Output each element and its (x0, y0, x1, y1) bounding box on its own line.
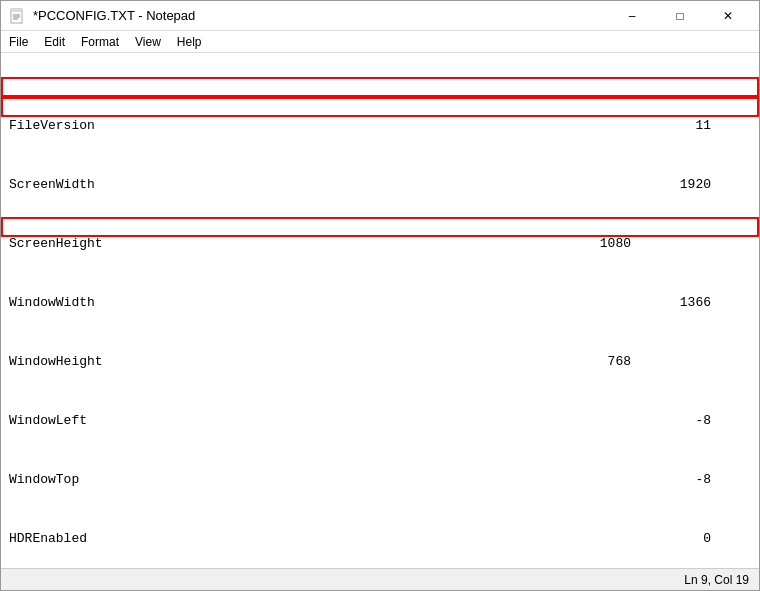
minimize-button[interactable]: – (609, 2, 655, 30)
text-content[interactable]: FileVersion 11 ScreenWidth 1920 ScreenHe… (1, 53, 759, 568)
line-windowtop: WindowTop -8 (9, 470, 751, 490)
status-bar: Ln 9, Col 19 (1, 568, 759, 590)
notepad-window: *PCCONFIG.TXT - Notepad – □ ✕ File Edit … (0, 0, 760, 591)
menu-help[interactable]: Help (169, 31, 210, 52)
content-area[interactable]: FileVersion 11 ScreenWidth 1920 ScreenHe… (1, 53, 759, 568)
app-icon (9, 8, 25, 24)
line-windowwidth: WindowWidth 1366 (9, 293, 751, 313)
menu-file[interactable]: File (1, 31, 36, 52)
cursor-position: Ln 9, Col 19 (684, 573, 749, 587)
title-bar-text: *PCCONFIG.TXT - Notepad (33, 8, 601, 23)
maximize-button[interactable]: □ (657, 2, 703, 30)
line-fileversion: FileVersion 11 (9, 116, 751, 136)
line-hdrenabled: HDREnabled 0 (9, 529, 751, 549)
line-windowheight: WindowHeight 768 (9, 352, 751, 372)
close-button[interactable]: ✕ (705, 2, 751, 30)
menu-edit[interactable]: Edit (36, 31, 73, 52)
line-screenheight: ScreenHeight 1080 (9, 234, 751, 254)
svg-rect-1 (11, 9, 22, 12)
title-bar: *PCCONFIG.TXT - Notepad – □ ✕ (1, 1, 759, 31)
title-bar-controls: – □ ✕ (609, 2, 751, 30)
line-screenwidth: ScreenWidth 1920 (9, 175, 751, 195)
menu-bar: File Edit Format View Help (1, 31, 759, 53)
line-windowleft: WindowLeft -8 (9, 411, 751, 431)
menu-view[interactable]: View (127, 31, 169, 52)
menu-format[interactable]: Format (73, 31, 127, 52)
